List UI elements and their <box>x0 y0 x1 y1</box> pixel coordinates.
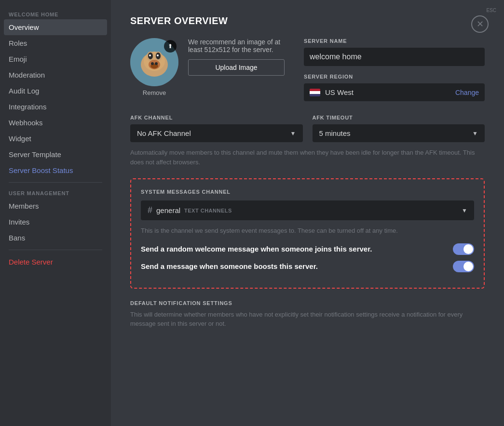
afk-row: AFK CHANNEL No AFK Channel ▼ AFK TIMEOUT… <box>130 115 485 142</box>
toggle-row-1: Send a random welcome message when someo… <box>141 243 474 255</box>
upload-image-button[interactable]: Upload Image <box>188 59 285 76</box>
sidebar-item-roles[interactable]: Roles <box>4 35 107 51</box>
channel-type: TEXT CHANNELS <box>184 208 232 213</box>
sidebar-item-integrations[interactable]: Integrations <box>4 99 107 115</box>
system-hint: This is the channel we send system event… <box>141 226 474 236</box>
sidebar-item-delete-server[interactable]: Delete Server <box>4 254 107 270</box>
camera-icon: ⬆ <box>168 43 173 50</box>
sidebar: WELCOME HOME Overview Roles Emoji Modera… <box>0 0 111 426</box>
sidebar-item-audit-log[interactable]: Audit Log <box>4 83 107 99</box>
channel-select[interactable]: # general TEXT CHANNELS ▼ <box>141 200 474 220</box>
server-region-label: SERVER REGION <box>304 74 485 80</box>
system-messages-title: SYSTEM MESSAGES CHANNEL <box>141 189 474 195</box>
icon-wrapper: ⬆ <box>130 38 178 86</box>
toggle-row-2: Send a message when someone boosts this … <box>141 261 474 272</box>
afk-channel-select[interactable]: No AFK Channel ▼ <box>130 124 303 142</box>
system-messages-section: SYSTEM MESSAGES CHANNEL # general TEXT C… <box>130 178 485 289</box>
page-title: SERVER OVERVIEW <box>130 15 485 27</box>
sidebar-divider <box>9 182 102 183</box>
afk-timeout-value: 5 minutes <box>319 129 351 137</box>
afk-timeout-arrow: ▼ <box>472 130 478 137</box>
svg-point-12 <box>155 62 158 65</box>
server-region-value: US West <box>325 88 354 96</box>
us-flag-icon <box>310 89 320 96</box>
edit-icon-button[interactable]: ⬆ <box>164 40 177 53</box>
svg-point-7 <box>149 54 151 56</box>
toggle2-knob <box>463 262 473 271</box>
esc-label: ESC <box>486 8 496 13</box>
toggle-boost-message[interactable] <box>453 261 474 272</box>
remove-label[interactable]: Remove <box>143 89 166 96</box>
channel-name: general <box>156 206 180 214</box>
sidebar-item-emoji[interactable]: Emoji <box>4 51 107 67</box>
afk-timeout-select[interactable]: 5 minutes ▼ <box>313 124 485 142</box>
server-name-input[interactable] <box>304 48 485 66</box>
default-notification-section: DEFAULT NOTIFICATION SETTINGS This will … <box>130 300 485 329</box>
toggle-welcome-message[interactable] <box>453 243 474 255</box>
afk-timeout-label: AFK TIMEOUT <box>313 115 485 120</box>
afk-channel-group: AFK CHANNEL No AFK Channel ▼ <box>130 115 303 142</box>
svg-point-11 <box>151 62 154 65</box>
toggle2-label: Send a message when someone boosts this … <box>141 262 318 270</box>
sidebar-item-moderation[interactable]: Moderation <box>4 67 107 83</box>
svg-point-8 <box>157 54 159 56</box>
afk-channel-value: No AFK Channel <box>137 129 191 137</box>
sidebar-item-server-template[interactable]: Server Template <box>4 146 107 162</box>
server-icon-section: ⬆ Remove We recommend an image of at lea… <box>130 38 485 101</box>
sidebar-item-widget[interactable]: Widget <box>4 131 107 146</box>
sidebar-item-bans[interactable]: Bans <box>4 230 107 246</box>
server-region-select[interactable]: US West Change <box>304 83 485 101</box>
sidebar-item-server-boost-status[interactable]: Server Boost Status <box>4 162 107 178</box>
esc-button[interactable]: ✕ <box>471 15 489 33</box>
server-name-label: SERVER NAME <box>304 38 485 44</box>
toggle1-label: Send a random welcome message when someo… <box>141 245 372 253</box>
default-notif-hint: This will determine whether members who … <box>130 310 485 329</box>
sidebar-section-user-mgmt: USER MANAGEMENT <box>4 186 107 198</box>
afk-timeout-group: AFK TIMEOUT 5 minutes ▼ <box>313 115 485 142</box>
sidebar-section-welcome: WELCOME HOME <box>4 8 107 19</box>
sidebar-divider-2 <box>9 250 102 250</box>
afk-channel-arrow: ▼ <box>290 130 296 137</box>
icon-hint: We recommend an image of at least 512x51… <box>188 38 285 53</box>
main-content: ✕ ESC SERVER OVERVIEW <box>111 0 504 426</box>
change-region-button[interactable]: Change <box>455 89 479 96</box>
afk-hint: Automatically move members to this chann… <box>130 148 485 167</box>
default-notif-title: DEFAULT NOTIFICATION SETTINGS <box>130 300 485 306</box>
sidebar-item-members[interactable]: Members <box>4 198 107 214</box>
toggle1-knob <box>463 244 473 254</box>
afk-channel-label: AFK CHANNEL <box>130 115 303 120</box>
sidebar-item-invites[interactable]: Invites <box>4 214 107 230</box>
channel-select-arrow: ▼ <box>462 207 467 214</box>
close-icon: ✕ <box>477 19 484 29</box>
sidebar-item-overview[interactable]: Overview <box>4 19 107 35</box>
sidebar-item-webhooks[interactable]: Webhooks <box>4 115 107 131</box>
hash-icon: # <box>148 205 152 215</box>
